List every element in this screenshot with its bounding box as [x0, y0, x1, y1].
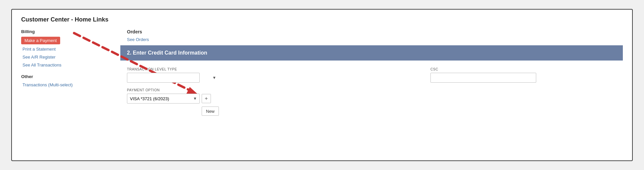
- add-payment-button[interactable]: +: [202, 94, 211, 103]
- payment-option-label: PAYMENT OPTION: [127, 88, 219, 92]
- main-frame: Customer Center - Home Links Billing Mak…: [11, 9, 633, 161]
- transaction-level-type-select[interactable]: [127, 73, 200, 83]
- other-section: Other Transactions (Multi-select): [21, 74, 120, 88]
- cc-section-header: 2. Enter Credit Card Information: [120, 45, 623, 61]
- ar-register-link[interactable]: See A/R Register: [21, 54, 120, 60]
- main-content: Billing Make a Payment Print a Statement…: [21, 29, 623, 116]
- payment-option-field: PAYMENT OPTION VISA *3721 (6/2023) ▼ +: [127, 88, 219, 116]
- transaction-level-type-field: TRANSACTION LEVEL TYPE ▼: [127, 67, 219, 83]
- right-panel: Orders See Orders 2. Enter Credit Card I…: [120, 29, 623, 116]
- cc-form-left: TRANSACTION LEVEL TYPE ▼ PAYMENT OPTION: [127, 67, 219, 116]
- page-title: Customer Center - Home Links: [21, 16, 623, 23]
- transaction-level-type-chevron-icon: ▼: [212, 75, 216, 80]
- billing-section-title: Billing: [21, 29, 120, 34]
- cc-form: TRANSACTION LEVEL TYPE ▼ PAYMENT OPTION: [120, 67, 623, 116]
- csc-field: CSC: [430, 67, 536, 83]
- sidebar: Billing Make a Payment Print a Statement…: [21, 29, 120, 116]
- payment-option-row: VISA *3721 (6/2023) ▼ +: [127, 94, 219, 104]
- make-payment-link[interactable]: Make a Payment: [21, 37, 60, 44]
- print-statement-link[interactable]: Print a Statement: [21, 46, 120, 52]
- credit-card-section: 2. Enter Credit Card Information TRANSAC…: [120, 45, 623, 116]
- payment-option-wrapper: VISA *3721 (6/2023) ▼: [127, 94, 200, 104]
- new-button[interactable]: New: [202, 106, 219, 116]
- csc-label: CSC: [430, 67, 536, 71]
- see-orders-link[interactable]: See Orders: [127, 37, 623, 42]
- csc-input[interactable]: [430, 73, 536, 83]
- transaction-level-type-wrapper: ▼: [127, 73, 219, 83]
- payment-option-select[interactable]: VISA *3721 (6/2023): [127, 94, 200, 104]
- all-transactions-link[interactable]: See All Transactions: [21, 62, 120, 68]
- transaction-level-type-label: TRANSACTION LEVEL TYPE: [127, 67, 219, 71]
- other-section-title: Other: [21, 74, 120, 79]
- orders-title: Orders: [127, 29, 623, 34]
- orders-section: Orders See Orders: [120, 29, 623, 45]
- transactions-multiselect-link[interactable]: Transactions (Multi-select): [21, 82, 120, 88]
